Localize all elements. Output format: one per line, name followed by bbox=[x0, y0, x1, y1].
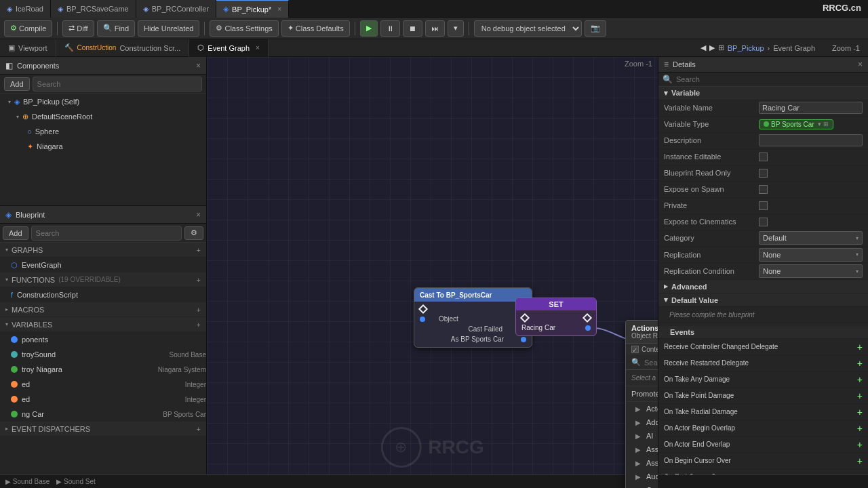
hide-unrelated-button[interactable]: Hide Unrelated bbox=[138, 20, 199, 37]
blueprint-search-input[interactable] bbox=[31, 226, 182, 241]
event-graph-panel[interactable]: Zoom -1 Cast To BP_SportsCar bbox=[207, 57, 658, 488]
debug-select[interactable]: No debug object selected bbox=[474, 20, 582, 37]
tree-item-niagara[interactable]: ✦ Niagara bbox=[0, 139, 206, 154]
tab-viewport[interactable]: ▣ Viewport bbox=[0, 39, 56, 57]
play-button[interactable]: ▶ bbox=[360, 20, 378, 37]
tab-bp-rccontroller[interactable]: ◈ BP_RCController bbox=[136, 0, 216, 18]
section-event-dispatchers[interactable]: ▸ EVENT DISPATCHERS + bbox=[0, 422, 206, 436]
variable-type-badge[interactable]: BP Sports Car ▾ ⊞ bbox=[759, 119, 833, 129]
details-row-instance-editable: Instance Editable bbox=[658, 149, 868, 165]
cm-item-actor[interactable]: ▶ Actor bbox=[626, 402, 658, 415]
cast-node[interactable]: Cast To BP_SportsCar Object Cast Faile bbox=[414, 287, 532, 348]
context-menu-search-input[interactable] bbox=[644, 359, 658, 367]
details-search-input[interactable] bbox=[676, 75, 864, 83]
section-graphs[interactable]: ▾ GRAPHS + bbox=[0, 243, 206, 258]
tree-arrow-bp-pickup: ▾ bbox=[8, 99, 11, 105]
event-add-btn-3[interactable]: + bbox=[857, 390, 863, 401]
cm-item-asset-data[interactable]: ▶ Asset Data bbox=[626, 443, 658, 456]
event-add-btn-0[interactable]: + bbox=[857, 342, 863, 352]
section-macros-plus[interactable]: + bbox=[197, 306, 201, 314]
diff-button[interactable]: ⇄ Diff bbox=[62, 20, 94, 37]
nav-forward-icon[interactable]: ▶ bbox=[709, 43, 715, 52]
description-input[interactable] bbox=[759, 134, 863, 146]
details-section-default-value[interactable]: ▾ Default Value bbox=[658, 293, 868, 307]
compile-button[interactable]: ⚙ Compile bbox=[4, 20, 52, 37]
event-add-btn-2[interactable]: + bbox=[857, 374, 863, 385]
section-macros[interactable]: ▸ MACROS + bbox=[0, 302, 206, 317]
event-add-btn-4[interactable]: + bbox=[857, 407, 863, 418]
pause-button[interactable]: ⏸ bbox=[380, 20, 400, 37]
watermark-text: RRCG bbox=[428, 436, 484, 458]
cm-item-camera[interactable]: ▶ Camera bbox=[626, 483, 658, 488]
set-node[interactable]: SET Racing Car bbox=[515, 298, 597, 336]
bp-item-troysound[interactable]: troySound Sound Base bbox=[0, 347, 206, 362]
tab-bp-rcsavegame[interactable]: ◈ BP_RCSaveGame bbox=[51, 0, 136, 18]
section-functions[interactable]: ▾ FUNCTIONS (19 OVERRIDABLE) + bbox=[0, 272, 206, 287]
blueprint-read-only-checkbox[interactable] bbox=[759, 169, 768, 178]
tree-item-sphere[interactable]: ○ Sphere bbox=[0, 124, 206, 139]
cm-item-ai[interactable]: ▶ AI bbox=[626, 429, 658, 443]
nav-back-icon[interactable]: ◀ bbox=[701, 43, 706, 52]
class-defaults-button[interactable]: ✦ Class Defaults bbox=[281, 20, 350, 37]
expose-spawn-checkbox[interactable] bbox=[759, 185, 768, 194]
event-add-btn-6[interactable]: + bbox=[857, 439, 863, 450]
bp-item-ponents[interactable]: ponents bbox=[0, 332, 206, 347]
event-add-btn-5[interactable]: + bbox=[857, 423, 863, 434]
context-menu: Actions taking a(n) BP Sports Car Object… bbox=[625, 320, 658, 488]
expose-cinematics-checkbox[interactable] bbox=[759, 218, 768, 226]
section-variables-plus[interactable]: + bbox=[197, 321, 201, 329]
section-functions-plus[interactable]: + bbox=[197, 276, 201, 284]
section-variables[interactable]: ▾ VARIABLES + bbox=[0, 317, 206, 332]
section-graphs-plus[interactable]: + bbox=[197, 246, 201, 254]
instance-editable-checkbox[interactable] bbox=[759, 152, 768, 161]
skip-button[interactable]: ⏭ bbox=[425, 20, 445, 37]
event-add-btn-7[interactable]: + bbox=[857, 455, 863, 466]
tree-item-default-scene-root[interactable]: ▾ ⊕ DefaultSceneRoot bbox=[0, 109, 206, 124]
bp-item-troy-niagara[interactable]: troy Niagara Niagara System bbox=[0, 362, 206, 377]
event-graph-canvas[interactable]: Zoom -1 Cast To BP_SportsCar bbox=[207, 57, 658, 488]
find-button[interactable]: 🔍 Find bbox=[97, 20, 135, 37]
panel-tab-close-icon[interactable]: × bbox=[256, 44, 260, 52]
details-section-advanced[interactable]: ▸ Advanced bbox=[658, 280, 868, 293]
section-dispatchers-plus[interactable]: + bbox=[197, 425, 201, 433]
cm-item-audio[interactable]: ▶ Audio bbox=[626, 470, 658, 483]
blueprint-settings-button[interactable]: ⚙ bbox=[184, 226, 203, 240]
blueprint-panel-close-icon[interactable]: × bbox=[196, 210, 201, 220]
components-close-icon[interactable]: × bbox=[196, 61, 201, 70]
details-row-compile-note: Please compile the blueprint bbox=[658, 307, 868, 323]
blueprint-add-button[interactable]: Add bbox=[3, 226, 28, 240]
bp-item-ng-car[interactable]: ng Car BP Sports Car bbox=[0, 407, 206, 422]
bp-item-ed-2[interactable]: ed Integer bbox=[0, 392, 206, 407]
cm-item-add-component[interactable]: ▶ Add Component bbox=[626, 415, 658, 429]
bp-item-ed-1[interactable]: ed Integer bbox=[0, 377, 206, 392]
components-header: ◧ Components × bbox=[0, 57, 206, 75]
promote-to-variable[interactable]: Promote to variable bbox=[626, 386, 658, 402]
component-icon-niagara: ✦ bbox=[27, 142, 33, 151]
tab-close-icon[interactable]: × bbox=[277, 5, 281, 13]
stop-button[interactable]: ⏹ bbox=[403, 20, 422, 37]
details-section-variable[interactable]: ▾ Variable bbox=[658, 87, 868, 100]
bp-item-event-graph[interactable]: ⬡ EventGraph bbox=[0, 258, 206, 272]
tab-event-graph[interactable]: ⬡ Event Graph × bbox=[189, 39, 269, 57]
debug-icon-button[interactable]: 📷 bbox=[585, 20, 606, 37]
tab-ice-road[interactable]: ◈ IceRoad bbox=[0, 0, 51, 18]
more-play-button[interactable]: ▾ bbox=[448, 20, 464, 37]
class-settings-button[interactable]: ⚙ Class Settings bbox=[210, 20, 278, 37]
tab-bp-pickup[interactable]: ◈ BP_Pickup* × bbox=[216, 0, 289, 18]
context-sensitive-checkbox[interactable]: ✓ bbox=[631, 346, 639, 353]
event-row-2: On Take Any Damage + bbox=[658, 371, 868, 388]
bp-item-construction-script[interactable]: f ConstructionScript bbox=[0, 287, 206, 302]
cm-item-asset-manager[interactable]: ▶ Asset Manager bbox=[626, 456, 658, 470]
tree-item-bp-pickup[interactable]: ▾ ◈ BP_Pickup (Self) bbox=[0, 94, 206, 109]
replication-condition-dropdown[interactable]: None ▾ bbox=[759, 264, 863, 278]
private-checkbox[interactable] bbox=[759, 201, 768, 210]
set-node-header: SET bbox=[516, 298, 596, 310]
details-close-icon[interactable]: × bbox=[858, 60, 863, 69]
components-add-button[interactable]: Add bbox=[4, 77, 30, 91]
event-add-btn-1[interactable]: + bbox=[857, 358, 863, 369]
components-search-input[interactable] bbox=[33, 77, 202, 92]
tab-construction-scr[interactable]: 🔨 ConstrUction Construction Scr... bbox=[56, 39, 190, 57]
category-dropdown[interactable]: Default ▾ bbox=[759, 231, 863, 245]
replication-dropdown[interactable]: None ▾ bbox=[759, 248, 863, 262]
variable-name-input[interactable] bbox=[759, 102, 863, 114]
